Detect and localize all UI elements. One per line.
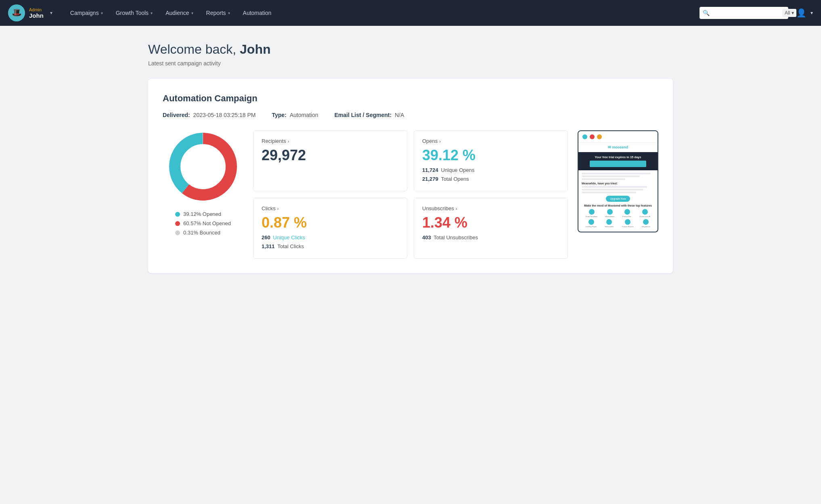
chart-legend: 39.12% Opened 60.57% Not Opened 0.31% Bo… [175, 211, 231, 236]
page-content: Welcome back, John Latest sent campaign … [128, 26, 693, 289]
nav-label-automation: Automation [243, 10, 272, 16]
preview-heading: Meanwhile, have you tried: [582, 182, 654, 185]
preview-features-title: Make the most of Moosend with these top … [582, 204, 654, 207]
nav-item-audience[interactable]: Audience ▾ [160, 6, 199, 19]
legend-dot-bounced [175, 230, 180, 235]
search-input[interactable] [712, 10, 780, 16]
clicks-total-count: 1,311 [262, 243, 275, 249]
donut-section: 39.12% Opened 60.57% Not Opened 0.31% Bo… [163, 130, 243, 236]
nav-label-reports: Reports [206, 10, 226, 16]
type-label: Type: [272, 112, 286, 118]
subscription-icon [606, 219, 612, 225]
nav-label-campaigns: Campaigns [70, 10, 99, 16]
metric-card-unsubscribes: Unsubscribes › 1.34 % 403 Total Unsubscr… [414, 198, 568, 259]
type-value: Automation [290, 112, 318, 118]
preview-icon-landing: Landing Pages [586, 219, 597, 228]
preview-icon-product-rec: Product Rec. [622, 209, 632, 217]
preview-icons-row-2: Landing Pages Subscription Custom Report… [582, 219, 654, 228]
unsubscribes-arrow: › [456, 206, 457, 211]
integrations-label: Integrations [642, 226, 650, 228]
legend-label-opened: 39.12% Opened [183, 211, 221, 217]
search-icon: 🔍 [703, 10, 710, 16]
preview-icon-ecommerce: Ecommerce AI [640, 209, 650, 217]
stats-area: 39.12% Opened 60.57% Not Opened 0.31% Bo… [163, 130, 658, 259]
nav-menu: Campaigns ▾ Growth Tools ▾ Audience ▾ Re… [65, 6, 700, 19]
preview-upgrade-btn: Upgrade Now [606, 196, 630, 202]
search-filter-dropdown[interactable]: All ▾ [782, 9, 796, 17]
welcome-name: John [240, 42, 270, 56]
welcome-prefix: Welcome back, [148, 42, 240, 56]
user-dropdown-icon[interactable]: ▾ [50, 10, 52, 16]
segment-value: N/A [395, 112, 404, 118]
preview-wrapper: ✉ moosend Your free trial expires in 15 … [578, 143, 658, 232]
campaign-title: Automation Campaign [163, 93, 658, 104]
legend-bounced: 0.31% Bounced [175, 230, 231, 236]
nav-logo: 🎩 [8, 4, 25, 21]
segment-label: Email List / Segment: [335, 112, 392, 118]
preview-line-6 [582, 192, 636, 193]
subscription-label: Subscription [605, 226, 614, 228]
nav-user-profile-icon[interactable]: 👤 [796, 8, 806, 18]
opens-unique-count: 11,724 [422, 167, 438, 173]
donut-chart [167, 130, 239, 203]
opens-total-label: Total Opens [441, 176, 469, 182]
metric-sub-opens: 11,724 Unique Opens 21,279 Total Opens [422, 166, 559, 184]
metric-label-opens[interactable]: Opens › [422, 138, 559, 144]
nav-user-role: Admin [29, 7, 44, 12]
unsub-label: Total Unsubscribes [434, 234, 478, 240]
metric-label-unsubscribes[interactable]: Unsubscribes › [422, 205, 559, 211]
metric-label-recipients[interactable]: Recipients › [262, 138, 399, 144]
email-preview: ✉ moosend Your free trial expires in 15 … [578, 130, 658, 232]
nav-item-reports[interactable]: Reports ▾ [201, 6, 236, 19]
integrations-icon [643, 219, 649, 225]
opens-unique-label: Unique Opens [441, 167, 474, 173]
reports-dropdown-icon: ▾ [228, 11, 230, 15]
custom-reports-icon [625, 219, 630, 225]
product-rec-label: Product Rec. [622, 215, 632, 217]
legend-label-bounced: 0.31% Bounced [183, 230, 220, 236]
legend-dot-opened [175, 212, 180, 217]
nav-search-area: 🔍 All ▾ 👤 ▾ [700, 7, 813, 19]
nav-user-info: Admin John [29, 7, 44, 19]
recipients-arrow: › [288, 139, 289, 144]
welcome-title: Welcome back, John [148, 42, 673, 57]
clicks-arrow: › [277, 206, 279, 211]
audience-dropdown-icon: ▾ [191, 11, 193, 15]
legend-dot-not-opened [175, 221, 180, 226]
nav-user-name: John [29, 12, 44, 19]
ecommerce-label: Ecommerce AI [640, 215, 650, 217]
preview-logo: ✉ moosend [578, 143, 658, 152]
welcome-subtitle: Latest sent campaign activity [148, 60, 673, 67]
email-templates-label: Email Templates [586, 215, 597, 217]
preview-icons-row-1: Email Templates Automations Product Rec. [582, 209, 654, 217]
preview-line-4 [582, 186, 647, 188]
product-rec-icon [624, 209, 630, 215]
metric-value-opens: 39.12 % [422, 148, 559, 163]
preview-icon-automations: Automations [605, 209, 614, 217]
nav-item-growth-tools[interactable]: Growth Tools ▾ [110, 6, 158, 19]
metric-sub-unsubscribes: 403 Total Unsubscribes [422, 233, 559, 242]
landing-icon [589, 219, 594, 225]
nav-user-arrow[interactable]: ▾ [811, 10, 813, 16]
nav-label-audience: Audience [165, 10, 189, 16]
nav-logo-area[interactable]: 🎩 Admin John ▾ [8, 4, 52, 21]
ecommerce-icon [642, 209, 648, 215]
preview-line-5 [582, 189, 643, 190]
metric-value-unsubscribes: 1.34 % [422, 215, 559, 230]
segment-field: Email List / Segment: N/A [335, 112, 404, 118]
preview-dot-red [590, 134, 595, 139]
nav-item-automation[interactable]: Automation [237, 6, 277, 19]
metric-grid: Recipients › 29,972 Opens › 39.12 % 11,7… [253, 130, 568, 259]
automations-label: Automations [605, 215, 614, 217]
custom-reports-label: Custom Reports [622, 226, 634, 228]
metric-label-clicks[interactable]: Clicks › [262, 205, 399, 211]
navbar: 🎩 Admin John ▾ Campaigns ▾ Growth Tools … [0, 0, 821, 26]
nav-item-campaigns[interactable]: Campaigns ▾ [65, 6, 109, 19]
metric-card-clicks: Clicks › 0.87 % 260 Unique Clicks 1,311 … [253, 198, 407, 259]
opens-arrow: › [439, 139, 441, 144]
preview-icon-integrations: Integrations [642, 219, 650, 228]
preview-trial-bar [590, 161, 647, 167]
metric-card-opens: Opens › 39.12 % 11,724 Unique Opens 21,2… [414, 130, 568, 191]
legend-label-not-opened: 60.57% Not Opened [183, 220, 231, 226]
preview-line-2 [582, 176, 640, 177]
